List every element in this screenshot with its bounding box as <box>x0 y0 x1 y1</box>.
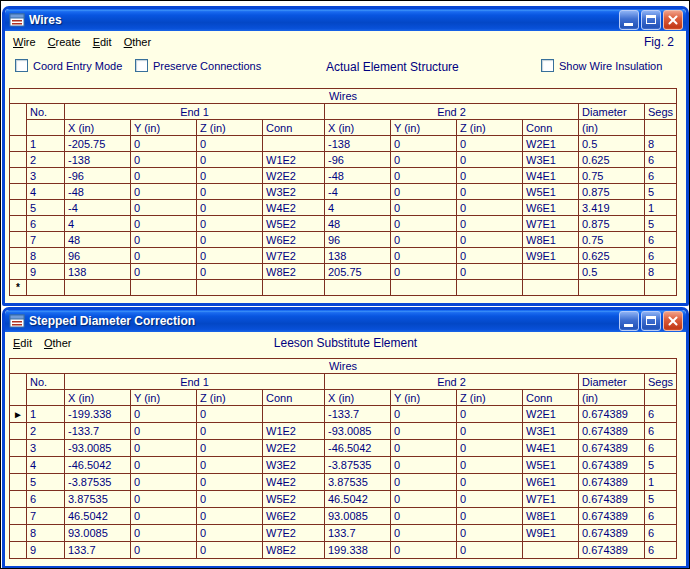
grid-cell[interactable]: 0 <box>197 406 263 423</box>
grid-cell[interactable]: 0 <box>197 200 263 216</box>
grid-cell[interactable]: 6 <box>645 440 677 457</box>
grid-cell[interactable]: W8E2 <box>263 264 325 280</box>
grid-cell[interactable]: W6E1 <box>523 200 579 216</box>
grid-cell[interactable]: W8E1 <box>523 508 579 525</box>
grid-cell[interactable] <box>197 280 263 296</box>
maximize-button[interactable] <box>641 10 661 30</box>
grid-cell[interactable]: W8E2 <box>263 542 325 559</box>
grid-cell[interactable] <box>131 280 197 296</box>
stepped-titlebar[interactable]: Stepped Diameter Correction <box>5 310 686 332</box>
grid-cell[interactable] <box>27 280 65 296</box>
grid-cell[interactable]: 0 <box>391 525 457 542</box>
grid-cell[interactable]: W7E1 <box>523 216 579 232</box>
grid-cell[interactable]: 0 <box>391 440 457 457</box>
grid-cell[interactable] <box>65 280 131 296</box>
grid-cell[interactable]: 0 <box>391 423 457 440</box>
grid-cell[interactable]: 3 <box>27 168 65 184</box>
row-selector[interactable] <box>10 440 27 457</box>
grid-cell[interactable]: W4E2 <box>263 474 325 491</box>
grid-cell[interactable]: 0.5 <box>579 136 645 152</box>
grid-cell[interactable]: 0 <box>391 264 457 280</box>
grid-cell[interactable]: 93.0085 <box>65 525 131 542</box>
grid-cell[interactable]: 0 <box>131 152 197 168</box>
grid-cell[interactable]: -4 <box>325 184 391 200</box>
grid-cell[interactable]: -138 <box>325 136 391 152</box>
grid-cell[interactable]: 0 <box>391 542 457 559</box>
grid-cell[interactable]: 0 <box>131 474 197 491</box>
grid-cell[interactable]: 9 <box>27 542 65 559</box>
grid-cell[interactable]: W5E2 <box>263 216 325 232</box>
grid-cell[interactable]: 0 <box>391 168 457 184</box>
grid-cell[interactable]: 0 <box>197 184 263 200</box>
grid-cell[interactable] <box>263 406 325 423</box>
grid-cell[interactable]: W2E1 <box>523 136 579 152</box>
grid-cell[interactable]: 0 <box>197 216 263 232</box>
grid-cell[interactable] <box>263 136 325 152</box>
grid-cell[interactable] <box>263 280 325 296</box>
grid-cell[interactable]: 4 <box>65 216 131 232</box>
grid-cell[interactable]: 3 <box>27 440 65 457</box>
grid-cell[interactable]: 0 <box>131 264 197 280</box>
preserve-connections-checkbox[interactable]: Preserve Connections <box>135 59 261 72</box>
grid-cell[interactable]: 7 <box>27 232 65 248</box>
grid-cell[interactable]: 0 <box>457 232 523 248</box>
row-selector[interactable] <box>10 232 27 248</box>
grid-cell[interactable]: 3.87535 <box>325 474 391 491</box>
grid-cell[interactable]: 0 <box>391 406 457 423</box>
grid-cell[interactable]: 0 <box>197 542 263 559</box>
grid-cell[interactable]: 9 <box>27 264 65 280</box>
grid-cell[interactable]: 0 <box>457 216 523 232</box>
menu-item-wire[interactable]: Wire <box>7 34 42 50</box>
show-wire-insulation-checkbox[interactable]: Show Wire Insulation <box>541 59 662 72</box>
grid-cell[interactable]: 0 <box>391 474 457 491</box>
grid-cell[interactable]: W4E1 <box>523 440 579 457</box>
grid-cell[interactable]: 0 <box>131 200 197 216</box>
grid-cell[interactable]: 5 <box>645 457 677 474</box>
grid-cell[interactable]: 4 <box>27 184 65 200</box>
grid-cell[interactable]: 0 <box>197 232 263 248</box>
grid-cell[interactable]: 0 <box>197 248 263 264</box>
grid-cell[interactable]: 46.5042 <box>65 508 131 525</box>
grid-cell[interactable]: 138 <box>325 248 391 264</box>
close-button[interactable] <box>663 311 683 331</box>
grid-cell[interactable]: 0.875 <box>579 184 645 200</box>
grid-cell[interactable]: 0 <box>197 508 263 525</box>
grid-cell[interactable]: W3E1 <box>523 152 579 168</box>
grid-cell[interactable]: W2E1 <box>523 406 579 423</box>
grid-cell[interactable]: 96 <box>65 248 131 264</box>
grid-cell[interactable]: -48 <box>65 184 131 200</box>
grid-cell[interactable]: 0 <box>391 248 457 264</box>
grid-cell[interactable]: 0 <box>131 525 197 542</box>
grid-cell[interactable]: W9E1 <box>523 248 579 264</box>
grid-cell[interactable]: 8 <box>27 248 65 264</box>
grid-cell[interactable] <box>579 280 645 296</box>
row-selector[interactable] <box>10 542 27 559</box>
grid-cell[interactable]: 0 <box>197 423 263 440</box>
menu-item-edit[interactable]: Edit <box>7 335 38 351</box>
minimize-button[interactable] <box>619 311 639 331</box>
grid-cell[interactable]: 1 <box>645 474 677 491</box>
grid-cell[interactable]: 133.7 <box>325 525 391 542</box>
grid-cell[interactable]: 0 <box>391 232 457 248</box>
grid-cell[interactable]: W4E1 <box>523 168 579 184</box>
grid-cell[interactable]: 2 <box>27 152 65 168</box>
row-selector[interactable] <box>10 216 27 232</box>
grid-cell[interactable]: 0 <box>457 491 523 508</box>
grid-cell[interactable]: 0 <box>391 491 457 508</box>
row-selector[interactable]: ► <box>10 406 27 423</box>
grid-cell[interactable]: 0 <box>131 216 197 232</box>
grid-cell[interactable]: -3.87535 <box>325 457 391 474</box>
grid-cell[interactable]: 0.674389 <box>579 457 645 474</box>
checkbox-icon[interactable] <box>15 59 28 72</box>
grid-cell[interactable]: -199.338 <box>65 406 131 423</box>
row-selector[interactable]: * <box>10 280 27 296</box>
grid-cell[interactable]: 6 <box>645 542 677 559</box>
grid-cell[interactable]: 4 <box>325 200 391 216</box>
grid-cell[interactable]: 0 <box>197 264 263 280</box>
grid-cell[interactable]: 48 <box>325 216 391 232</box>
grid-cell[interactable]: 0 <box>131 542 197 559</box>
grid-cell[interactable]: 0.674389 <box>579 440 645 457</box>
grid-cell[interactable]: 0 <box>457 542 523 559</box>
grid-cell[interactable]: W7E1 <box>523 491 579 508</box>
maximize-button[interactable] <box>641 311 661 331</box>
